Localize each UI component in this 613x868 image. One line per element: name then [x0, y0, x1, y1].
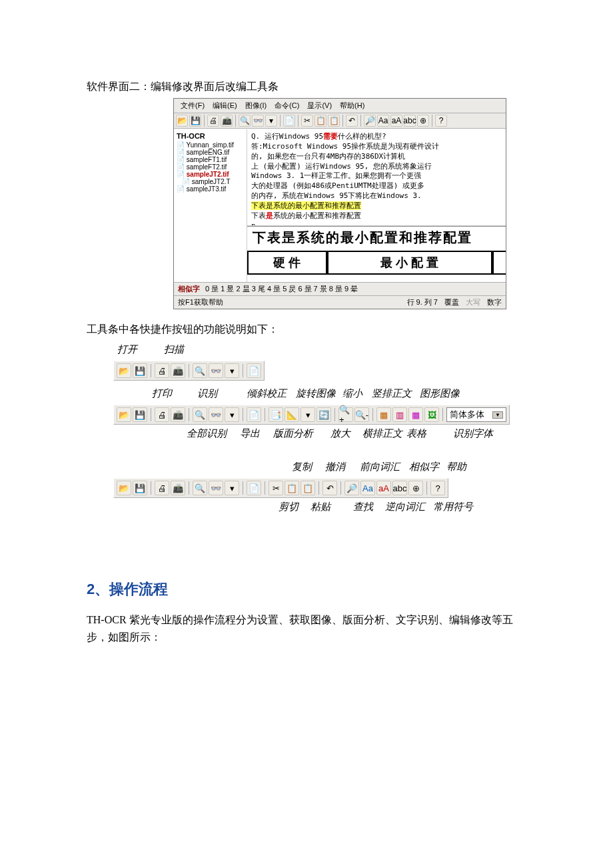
save-button[interactable]: 💾 — [133, 481, 147, 495]
print-button[interactable]: 🖨 — [155, 481, 169, 495]
tree-file-selected[interactable]: 📄 sampleJT2.tif — [177, 171, 244, 178]
deskew-dropdown[interactable]: ▾ — [301, 407, 315, 422]
table-button[interactable]: ▦ — [408, 407, 423, 422]
export-button[interactable]: 📄 — [247, 363, 261, 378]
tree-file[interactable]: 📄 sampleJT3.tif — [177, 185, 244, 193]
copy-button[interactable]: 📋 — [285, 481, 299, 495]
common-symbol-button[interactable]: ⊕ — [408, 481, 423, 495]
cut-icon[interactable]: ✂ — [301, 115, 313, 127]
reverse-vocab-button[interactable]: aA — [376, 481, 391, 495]
label-print: 打印 — [152, 387, 172, 400]
export-icon[interactable]: 📄 — [283, 115, 295, 127]
graphic-button[interactable]: 🖼 — [424, 407, 439, 422]
open-button[interactable]: 📂 — [117, 481, 131, 495]
label-deskew: 倾斜校正 — [247, 387, 287, 400]
menubar: 文件(F) 编辑(E) 图像(I) 命令(C) 显示(V) 帮助(H) — [174, 99, 506, 113]
save-button[interactable]: 💾 — [133, 407, 147, 422]
paste-button[interactable]: 📋 — [301, 481, 315, 495]
rotate-button[interactable]: 🔄 — [316, 407, 331, 422]
recognize-button[interactable]: 🔍 — [193, 363, 207, 378]
zoomin-button[interactable]: 🔍+ — [338, 407, 353, 422]
toolbar-separator — [189, 408, 189, 421]
app-toolbar: 📂 💾 🖨 📠 🔍 👓 ▾ 📄 ✂ 📋 📋 ↶ 🔎 Aa aA abc ⊕ ? — [174, 113, 506, 129]
print-button[interactable]: 🖨 — [155, 363, 169, 378]
export-button[interactable]: 📄 — [247, 481, 261, 495]
print-button[interactable]: 🖨 — [155, 407, 169, 422]
toolbar-separator — [265, 481, 265, 495]
menu-file[interactable]: 文件(F) — [177, 100, 209, 111]
open-button[interactable]: 📂 — [117, 363, 131, 378]
toolbar-separator — [243, 408, 243, 421]
scan-icon[interactable]: 📠 — [221, 115, 233, 127]
vert-text-button[interactable]: ▥ — [392, 407, 407, 422]
undo-button[interactable]: ↶ — [322, 481, 337, 495]
recognize-icon[interactable]: 🔍 — [239, 115, 251, 127]
recognize-button[interactable]: 🔍 — [193, 407, 207, 422]
print-icon[interactable]: 🖨 — [207, 115, 219, 127]
toolbar-separator — [360, 115, 361, 127]
save-icon[interactable]: 💾 — [189, 115, 201, 127]
zoomout-button[interactable]: 🔍- — [354, 407, 369, 422]
recognize-all-button[interactable]: 👓 — [209, 481, 223, 495]
similar-candidates[interactable]: 0 昰 1 昱 2 昷 3 尾 4 昰 5 昃 6 昰 7 景 8 昰 9 晕 — [205, 284, 358, 294]
find-button[interactable]: 🔎 — [344, 481, 359, 495]
status-bar-similar: 相似字 0 昰 1 昱 2 昷 3 尾 4 昰 5 昃 6 昰 7 景 8 昰 … — [174, 282, 506, 295]
recognize-all-button[interactable]: 👓 — [209, 363, 223, 378]
label-row-bottom: 全部识别 导出 版面分析 放大 横排正文 表格 识别字体 — [113, 427, 526, 442]
undo-icon[interactable]: ↶ — [346, 115, 358, 127]
toolbar-separator — [372, 408, 373, 421]
vocab2-icon[interactable]: aA — [390, 115, 402, 127]
horiz-text-button[interactable]: ▦ — [376, 407, 391, 422]
status-num: 数字 — [487, 297, 502, 307]
menu-help[interactable]: 帮助(H) — [336, 100, 368, 111]
tree-file[interactable]: 📄 sampleENG.tif — [177, 149, 244, 156]
label-undo: 撤消 — [325, 461, 345, 473]
copy-icon[interactable]: 📋 — [314, 115, 326, 127]
text-pane[interactable]: Q. 运行Windows 95需要什么样的机型? 答:Microsoft Win… — [247, 129, 506, 226]
label-rotate: 旋转图像 — [296, 387, 336, 400]
vocab-icon[interactable]: Aa — [377, 115, 389, 127]
recognize-all-button[interactable]: 👓 — [209, 407, 223, 422]
similar-icon[interactable]: abc — [404, 115, 416, 127]
cut-button[interactable]: ✂ — [269, 481, 283, 495]
label-paste: 粘贴 — [310, 501, 330, 513]
menu-edit[interactable]: 编辑(E) — [209, 100, 241, 111]
export-button[interactable]: 📄 — [247, 407, 261, 422]
forward-vocab-button[interactable]: Aa — [360, 481, 375, 495]
tree-file[interactable]: 📄 sampleFT2.tif — [177, 163, 244, 171]
open-icon[interactable]: 📂 — [176, 115, 188, 127]
label-scan: 扫描 — [164, 343, 184, 356]
scan-button[interactable]: 📠 — [171, 481, 185, 495]
tree-file[interactable]: 📄 sampleFT1.tif — [177, 156, 244, 163]
help-icon[interactable]: ? — [435, 115, 447, 127]
tree-root[interactable]: TH-OCR — [177, 132, 244, 140]
open-button[interactable]: 📂 — [117, 407, 131, 422]
section-number: 2 — [87, 581, 95, 597]
menu-image[interactable]: 图像(I) — [241, 100, 271, 111]
recognize-button[interactable]: 🔍 — [193, 481, 207, 495]
symbol-icon[interactable]: ⊕ — [417, 115, 429, 127]
tree-file[interactable]: 📄 Yunnan_simp.tif — [177, 141, 244, 149]
scan-button[interactable]: 📠 — [171, 407, 185, 422]
editor-area: Q. 运行Windows 95需要什么样的机型? 答:Microsoft Win… — [247, 129, 506, 282]
menu-view[interactable]: 显示(V) — [303, 100, 336, 111]
dropdown-button[interactable]: ▾ — [225, 407, 239, 422]
tree-file[interactable]: 📄 sampleJT2.T — [182, 178, 244, 185]
menu-command[interactable]: 命令(C) — [271, 100, 303, 111]
save-button[interactable]: 💾 — [133, 363, 147, 378]
deskew-button[interactable]: 📐 — [285, 407, 299, 422]
help-button[interactable]: ? — [430, 481, 445, 495]
similar-button[interactable]: abc — [392, 481, 407, 495]
dropdown-button[interactable]: ▾ — [225, 481, 239, 495]
paste-icon[interactable]: 📋 — [328, 115, 340, 127]
dropdown-button[interactable]: ▾ — [225, 363, 239, 378]
label-open: 打开 — [117, 343, 137, 356]
layout-button[interactable]: 📑 — [269, 407, 283, 422]
dropdown-icon[interactable]: ▾ — [265, 115, 277, 127]
label-font: 识别字体 — [453, 427, 493, 440]
glasses-icon[interactable]: 👓 — [252, 115, 264, 127]
font-select[interactable]: 简体多体 ▼ — [446, 407, 506, 422]
label-layout: 版面分析 — [273, 427, 313, 440]
scan-button[interactable]: 📠 — [171, 363, 185, 378]
find-icon[interactable]: 🔎 — [364, 115, 376, 127]
